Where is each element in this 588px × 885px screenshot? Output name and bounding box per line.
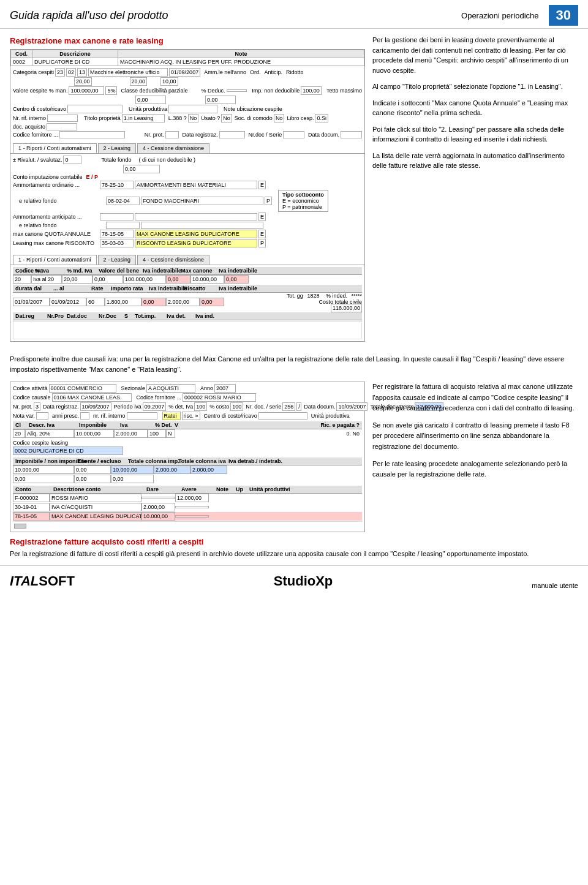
page-header: Guida rapida all'uso del prodotto Operaz…: [0, 0, 588, 29]
nr-prot-inv-label: Nr. prot.: [13, 404, 32, 410]
doc-acquisto-val: [47, 123, 77, 130]
cod-cespite-label: Codice cespite leasing: [13, 440, 68, 446]
leasing-risconto-val: 35-03-03: [100, 239, 134, 247]
data-reg-inv-val: 10/09/2007: [80, 402, 111, 411]
max-canone-val: 78-15-05: [100, 230, 134, 238]
h-iva-detrab: Iva detrab./ indetrab.: [228, 458, 360, 464]
tab2-content: Codice Iva % Iva % Ind. Iva Valore del b…: [10, 265, 364, 341]
h-tot-col-imp: Totale colonna imp.: [128, 458, 177, 464]
main-content: Registrazione max canone e rate leasing …: [0, 29, 588, 352]
cespite-top-table: Cod. Descrizione Note 0002 DUPLICATORE D…: [10, 50, 364, 66]
cespite-form-panel: Cod. Descrizione Note 0002 DUPLICATORE D…: [10, 49, 365, 342]
classe-label: Classe deducibilità parziale: [121, 88, 187, 94]
durata-header-row: durata dal ... al Rate Importo rata Iva …: [13, 285, 362, 293]
h-up-col: Up: [236, 486, 248, 492]
risc-val: risc. »: [182, 412, 200, 420]
col-note: Note: [118, 50, 364, 58]
h-iva-det: Iva det.: [167, 313, 194, 319]
invoice-form-inner: Codice attività 00001 COMMERCIO Sezional…: [10, 382, 364, 532]
iva-desc: Iva al 20: [31, 275, 62, 284]
cat-label: Categoria cespiti: [13, 69, 54, 75]
periodo-iva-label: Periodo iva: [114, 404, 141, 410]
right2-para2: Se non avete già caricato il contratto d…: [372, 420, 578, 453]
h-iva-ind: Iva ind.: [195, 313, 223, 319]
doc-acquisto-row: doc. acquisto: [13, 123, 362, 130]
h-impon-non-imp: Imponibile / non imponibile: [15, 458, 77, 464]
usato-label: Usato ?: [201, 115, 220, 121]
cod-forn-label: Codice fornitore ...: [13, 132, 58, 138]
nr-rif-row: Nr. rif. interno Titolo proprietà 1.in L…: [13, 114, 362, 122]
conto-3-dare: 10.000,00: [141, 512, 175, 521]
soc-comodo-label: Soc. di comodo: [235, 115, 273, 121]
fondo-desc: FONDO MACCHINARI: [141, 197, 263, 205]
h-iva-indet: Iva indetraibile: [143, 268, 179, 274]
tab2-riporti[interactable]: 1 - Riporti / Conti automatismi: [13, 255, 97, 265]
col-desc: Descrizione: [32, 50, 118, 58]
right-column-text: Per la gestione dei beni in leasing dove…: [372, 35, 578, 345]
amm-ant-type: E: [258, 213, 266, 221]
data-reg-inv-label: Data registraz.: [43, 404, 79, 410]
h-tot-imp: Tot.imp.: [135, 313, 165, 319]
scroll-thumb[interactable]: [14, 524, 26, 529]
conto-header: Conto Descrizione conto Dare Avere Note …: [13, 486, 362, 494]
unita-val: [168, 105, 217, 113]
centro-val: [67, 105, 123, 113]
h-dat-reg: Dat.reg: [15, 313, 46, 319]
bottom-text1: Predisponete inoltre due causali iva: un…: [0, 352, 588, 377]
perc-5: 5%: [105, 86, 117, 95]
nr-rif-inv-label: nr. rif. interno: [93, 413, 126, 419]
nr-doc-inv-label: Nr. doc. / serie: [246, 404, 281, 410]
conto-3-avere: [175, 515, 209, 518]
nr-prot-label: Nr. prot.: [145, 132, 164, 138]
conto-row-1: F-000002 ROSSI MARIO 12.000,00: [13, 494, 362, 502]
ric-pagata-val: 0. No: [175, 431, 362, 437]
centro-row: Centro di costo/ricavo Unità produttiva …: [13, 105, 362, 113]
amm-ant-fondo-row: e relativo fondo: [13, 222, 362, 229]
sezionale-val: A ACQUISTI: [146, 384, 195, 393]
tetto-val2: 0,00: [205, 96, 236, 104]
conto-imp-row: Conto imputazione contabile E / P: [13, 174, 362, 180]
cat-date: 01/09/2007: [169, 68, 200, 77]
tab1-leasing[interactable]: 2 - Leasing: [98, 143, 137, 153]
bottom-heading: Registrazione fatture acquisto costi rif…: [10, 537, 578, 546]
tabs2-row: 1 - Riporti / Conti automatismi 2 - Leas…: [10, 255, 364, 265]
header-right: Operazioni periodiche 30: [461, 5, 578, 26]
totals-header: Imponibile / non imponibile Esente / esc…: [13, 458, 362, 465]
amm-ant-row: Ammortamento anticipato ... E: [13, 213, 362, 221]
perc-20-2: 20,00: [130, 77, 148, 86]
durata-to: 01/09/2012: [50, 298, 86, 306]
anticip-label: Anticip.: [264, 69, 282, 75]
h-durata: durata dal: [15, 285, 52, 292]
conto-1-desc: ROSSI MARIO: [50, 494, 141, 502]
tab1-riporti[interactable]: 1 - Riporti / Conti automatismi: [13, 143, 97, 153]
tipo-e: E = economico: [282, 198, 324, 204]
data-doc-inv-val: 10/09/2007: [336, 402, 368, 411]
cod-caus-row: Codice causale 0106 MAX CANONE LEAS. Cod…: [13, 393, 362, 402]
h-descr-iva: Descr. Iva: [29, 422, 78, 428]
periodo-iva-val: 09.2007: [143, 402, 167, 411]
data-reg-label: Data registraz.: [183, 132, 219, 138]
tetto-val1: 0,00: [135, 96, 166, 104]
tab2-leasing[interactable]: 2 - Leasing: [98, 255, 137, 265]
titolo-prop-label: Titolo proprietà: [84, 115, 121, 121]
h-nr-pro: Nr.Pro: [47, 313, 66, 319]
doc-acquisto-label: doc. acquisto: [13, 124, 45, 130]
tot-fondo-val-row: 0,00: [13, 165, 362, 173]
ridotto-label: Ridotto: [286, 69, 304, 75]
tab2-cessione[interactable]: 4 - Cessione dismissione: [137, 255, 209, 265]
conto-2-avere: [175, 506, 209, 508]
tipo-sottoconto-box: Tipo sottoconto E = economico P = patrim…: [278, 190, 328, 212]
tab1-cessione[interactable]: 4 - Cessione dismissione: [137, 143, 209, 153]
cod-caus-label: Codice causale: [13, 394, 51, 401]
imp-non-ded-label: Imp. non deducibile: [252, 88, 300, 94]
nr-doc-label: Nr.doc / Serie: [249, 132, 282, 138]
tot-impon-val2: 0,00: [13, 475, 74, 483]
conto-row-3: 78-15-05 MAX CANONE LEASING DUPLICATO 10…: [13, 512, 362, 521]
cat-02: 02: [66, 68, 76, 77]
h-max-can: Max canone: [181, 268, 217, 274]
h-cod-iva: Codice Iva: [15, 268, 34, 274]
tabs1-row: 1 - Riporti / Conti automatismi 2 - Leas…: [10, 143, 364, 153]
tab1-content: ± Rivalut. / svalutaz. 0 Totale fondo ( …: [10, 153, 364, 250]
ric-pagata-label: Ric. e pagata ?: [320, 422, 360, 428]
costo-tot-val: 118.000,00: [331, 304, 362, 312]
